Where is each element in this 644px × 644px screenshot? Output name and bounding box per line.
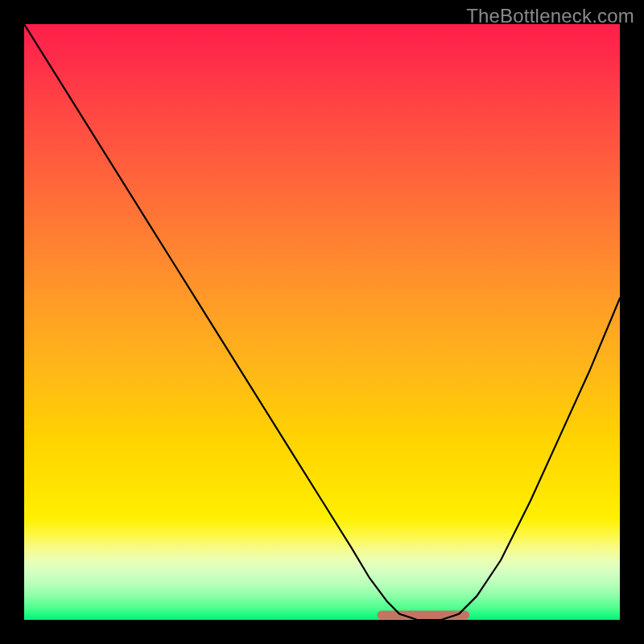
watermark-label: TheBottleneck.com [466,5,634,27]
plot-area [24,24,620,620]
bottleneck-curve [24,24,620,620]
chart-frame: TheBottleneck.com [0,0,644,644]
chart-svg [24,24,620,620]
